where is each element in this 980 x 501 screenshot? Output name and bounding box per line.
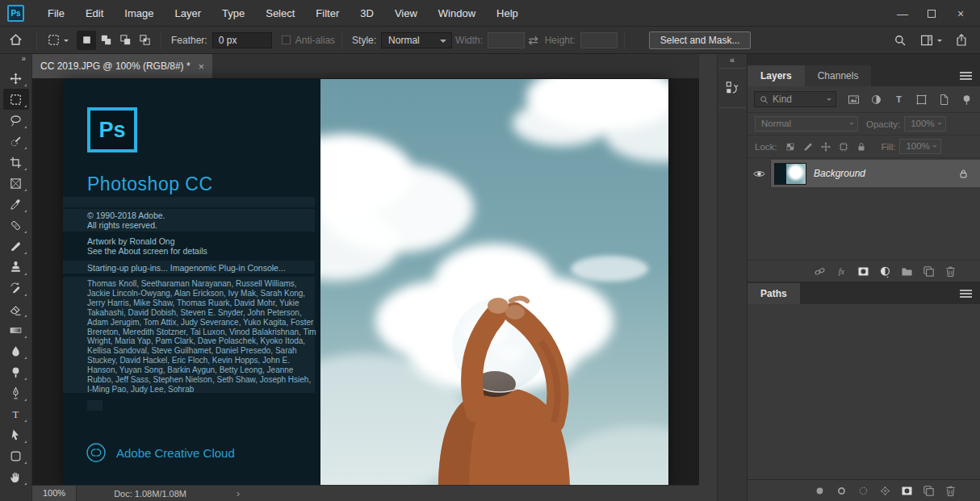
- pen-tool[interactable]: [3, 382, 29, 403]
- layer-visibility-eye-icon[interactable]: [748, 160, 771, 187]
- trash-icon[interactable]: [944, 265, 957, 278]
- home-icon[interactable]: [8, 32, 23, 48]
- checkbox-icon[interactable]: [282, 35, 291, 44]
- f-type-icon[interactable]: T: [892, 93, 906, 106]
- feather-input[interactable]: 0 px: [212, 32, 272, 48]
- new-layer-icon[interactable]: [922, 484, 936, 498]
- menu-edit[interactable]: Edit: [75, 0, 114, 27]
- blur-tool[interactable]: [3, 340, 29, 361]
- mode-add-icon[interactable]: [96, 31, 115, 50]
- panel-menu-icon[interactable]: [960, 72, 972, 73]
- lasso-tool[interactable]: [3, 110, 29, 131]
- eraser-tool[interactable]: [3, 299, 29, 319]
- link-icon[interactable]: [813, 265, 827, 278]
- tab-close-icon[interactable]: ×: [199, 61, 205, 73]
- f-shape-icon[interactable]: [915, 93, 928, 106]
- fill-input[interactable]: 100%: [899, 139, 941, 154]
- panel-menu-icon[interactable]: [960, 290, 972, 291]
- lk-move-icon[interactable]: [820, 141, 831, 152]
- lk-board-icon[interactable]: [838, 141, 849, 152]
- layers-panel-header: Layers Channels: [748, 65, 980, 86]
- collapse-panels-icon[interactable]: «: [718, 54, 747, 66]
- f-file-icon[interactable]: [937, 93, 951, 106]
- frame-tool[interactable]: [3, 173, 29, 194]
- height-input[interactable]: [580, 32, 618, 48]
- history-panel-icon[interactable]: [719, 68, 746, 108]
- rectangular-marquee-tool[interactable]: [3, 89, 29, 110]
- search-icon[interactable]: [893, 33, 907, 48]
- maximize-button[interactable]: [917, 4, 946, 23]
- lk-checker-icon[interactable]: [785, 141, 796, 152]
- layer-thumbnail[interactable]: [774, 163, 806, 185]
- f-adjust-icon[interactable]: [869, 93, 883, 106]
- f-image-icon[interactable]: [847, 93, 861, 106]
- mode-int-icon[interactable]: [135, 31, 154, 50]
- style-select[interactable]: Normal: [381, 32, 452, 48]
- path-selection-tool[interactable]: [3, 424, 29, 445]
- brush-tool[interactable]: [3, 236, 29, 257]
- tool-preset-picker[interactable]: [44, 31, 72, 48]
- gradient-tool[interactable]: [3, 319, 29, 340]
- menu-view[interactable]: View: [384, 0, 428, 27]
- workspace-switcher-icon[interactable]: [919, 33, 942, 48]
- dash-circle-icon[interactable]: [856, 484, 870, 498]
- clone-stamp-tool[interactable]: [3, 257, 29, 278]
- minimize-button[interactable]: —: [888, 4, 917, 23]
- zoom-level-field[interactable]: 100%: [32, 486, 77, 501]
- blend-mode-select[interactable]: Normal: [755, 116, 858, 132]
- select-and-mask-button[interactable]: Select and Mask...: [649, 31, 752, 49]
- menu-image[interactable]: Image: [114, 0, 164, 27]
- layer-filter-select[interactable]: Kind: [754, 91, 836, 107]
- lk-lock-icon[interactable]: [856, 141, 867, 152]
- mode-sub-icon[interactable]: [115, 31, 135, 50]
- divider: [161, 31, 161, 49]
- layer-row[interactable]: Background: [748, 160, 980, 187]
- quick-selection-tool[interactable]: [3, 131, 29, 152]
- menu-layer[interactable]: Layer: [165, 0, 212, 27]
- tab-channels[interactable]: Channels: [805, 65, 872, 86]
- type-tool[interactable]: T: [3, 403, 29, 424]
- document-tab[interactable]: CC 2019.JPG @ 100% (RGB/8#) * ×: [32, 54, 212, 78]
- tab-paths[interactable]: Paths: [748, 283, 800, 304]
- crop-tool[interactable]: [3, 152, 29, 173]
- rectangle-tool[interactable]: [3, 445, 29, 466]
- swap-dimensions-icon[interactable]: ⇄: [528, 33, 538, 48]
- fx-icon[interactable]: fx: [835, 265, 848, 278]
- share-icon[interactable]: [954, 33, 969, 48]
- dot-icon[interactable]: [813, 484, 827, 498]
- mode-new-icon[interactable]: [77, 31, 96, 50]
- menu-file[interactable]: File: [37, 0, 75, 27]
- f-pin-icon[interactable]: [960, 93, 974, 106]
- width-input[interactable]: [488, 32, 525, 48]
- new-layer-icon[interactable]: [922, 265, 936, 278]
- menu-3d[interactable]: 3D: [350, 0, 384, 27]
- dodge-tool[interactable]: [3, 361, 29, 382]
- opacity-input[interactable]: 100%: [904, 116, 946, 132]
- mask-icon[interactable]: [900, 484, 914, 498]
- toolbar-expand-icon[interactable]: »: [0, 54, 31, 65]
- eyedropper-tool[interactable]: [3, 194, 29, 215]
- lk-brush-icon[interactable]: [802, 141, 814, 152]
- history-brush-tool[interactable]: [3, 278, 29, 299]
- hand-tool[interactable]: [3, 466, 29, 487]
- menu-filter[interactable]: Filter: [305, 0, 350, 27]
- menu-type[interactable]: Type: [211, 0, 255, 27]
- ring-icon[interactable]: [835, 484, 848, 498]
- menu-select[interactable]: Select: [255, 0, 305, 27]
- menu-help[interactable]: Help: [486, 0, 529, 27]
- mask-icon[interactable]: [856, 265, 870, 278]
- layer-name: Background: [814, 168, 957, 179]
- move-tool[interactable]: [3, 68, 29, 89]
- tools-list: T: [0, 68, 31, 487]
- close-button[interactable]: ×: [946, 4, 975, 23]
- status-chevron-icon[interactable]: ›: [237, 488, 240, 499]
- document-tab-title: CC 2019.JPG @ 100% (RGB/8#) *: [40, 61, 191, 72]
- opacity-label: Opacity:: [866, 119, 900, 129]
- adjust-icon[interactable]: [878, 265, 892, 278]
- menu-window[interactable]: Window: [428, 0, 486, 27]
- folder-icon[interactable]: [900, 265, 914, 278]
- trash-icon[interactable]: [944, 484, 957, 498]
- spot-healing-brush-tool[interactable]: [3, 215, 29, 236]
- tab-layers[interactable]: Layers: [748, 65, 805, 86]
- target-icon[interactable]: [878, 484, 892, 498]
